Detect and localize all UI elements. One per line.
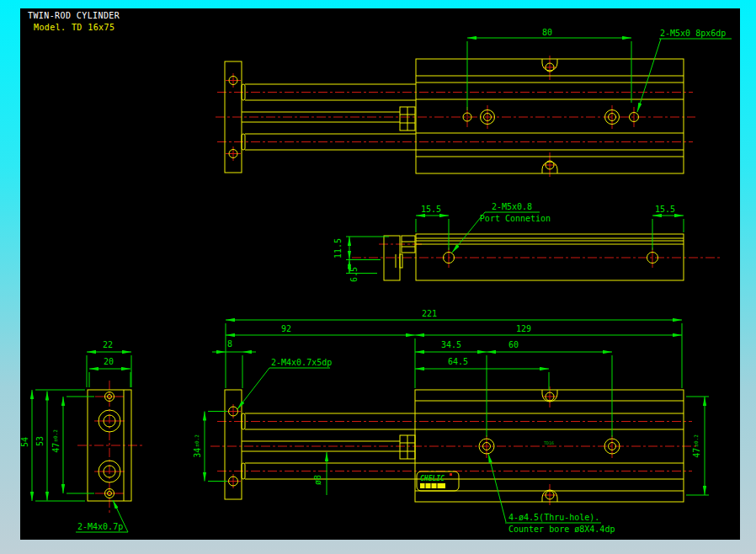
dim-label-34-tol: 34±0.2	[193, 434, 202, 458]
thread-note-m4-front: 2-M4x0.7x5dp	[271, 358, 332, 367]
port-note-line2: Port Connetion	[480, 214, 551, 223]
nameplate: CHELIC	[417, 471, 459, 491]
top-view-centerlines	[216, 56, 695, 177]
dim-label-47-tol-front: 47±0.2	[692, 434, 701, 458]
side-view: 15.5 15.5 2-M5x0.8 Port Connetion 11.5 6…	[333, 202, 720, 282]
side-view-dimensions: 15.5 15.5 2-M5x0.8 Port Connetion 11.5 6…	[333, 202, 684, 282]
dim-label-129: 129	[516, 324, 531, 333]
dim-label-60: 60	[508, 340, 519, 349]
dim-label-15-5-left: 15.5	[421, 205, 441, 214]
dim-label-8: 8	[227, 339, 232, 349]
dim-47-end-value: 47	[51, 443, 61, 453]
top-view-geometry	[225, 59, 684, 173]
side-view-centerlines	[352, 244, 720, 268]
dim-label-64-5: 64.5	[448, 357, 468, 366]
nameplate-brand: CHELIC	[420, 475, 445, 482]
top-view: 80 2-M5x0 8px6dp	[216, 28, 732, 177]
rod-hex-nut-front	[400, 435, 415, 459]
dim-47-value: 47	[692, 448, 701, 458]
port-note-line1: 2-M5x0.8	[492, 202, 532, 211]
dim-label-54: 54	[20, 437, 29, 447]
end-view: 22 20 54 53 47±0.2 2-M4x0.7p	[20, 340, 143, 532]
dim-label-47-tol-end: 47±0.2	[51, 429, 61, 453]
nameplate-dot	[450, 473, 452, 476]
drawing-model: Model. TD 16x75	[34, 23, 114, 32]
dim-label-53: 53	[35, 436, 45, 446]
technical-drawing: TWIN-ROD CYLINDER Model. TD 16x75	[20, 8, 740, 540]
dim-label-22: 22	[103, 340, 113, 349]
body-mark-td16: TD16	[544, 440, 554, 445]
dim-34-value: 34	[193, 448, 202, 458]
dim-label-11-5: 11.5	[333, 238, 343, 258]
dim-34-tolerance: ±0.2	[194, 434, 200, 447]
hole-note-line2: Counter bore ø8X4.4dp	[508, 525, 615, 534]
dim-label-rod-dia: ø8	[313, 475, 322, 485]
cad-drawing-canvas: TWIN-ROD CYLINDER Model. TD 16x75	[20, 8, 740, 540]
dim-47-tolerance: ±0.2	[693, 434, 699, 447]
dim-label-221: 221	[422, 309, 437, 318]
dim-47-end-tolerance: ±0.2	[52, 429, 58, 442]
dim-label-92: 92	[281, 324, 291, 333]
title-block: TWIN-ROD CYLINDER Model. TD 16x75	[28, 11, 120, 32]
rod-hex-nut-top	[400, 107, 415, 131]
thread-note-m5-top: 2-M5x0 8px6dp	[660, 29, 726, 38]
dim-label-80: 80	[542, 28, 552, 37]
front-view-centerlines	[210, 386, 699, 505]
thread-note-m4-end: 2-M4x0.7p	[77, 522, 123, 531]
hole-note-line1: 4-ø4.5(Thru-hole).	[508, 513, 599, 522]
dim-label-34-5: 34.5	[441, 340, 461, 349]
front-view: CHELIC TD16 221 92 129 8	[193, 309, 709, 534]
dim-label-20: 20	[104, 357, 114, 366]
dim-label-6-5: 6.5	[349, 267, 359, 282]
drawing-title: TWIN-ROD CYLINDER	[28, 11, 120, 20]
end-view-dimensions: 22 20 54 53 47±0.2 2-M4x0.7p	[20, 340, 131, 532]
dim-label-15-5-right: 15.5	[655, 205, 675, 214]
